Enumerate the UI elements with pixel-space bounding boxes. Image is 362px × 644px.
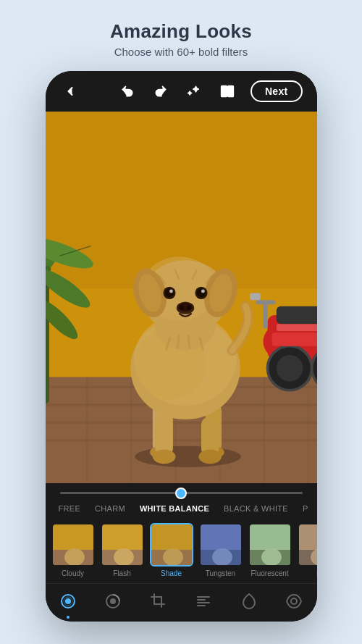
filter-tab-black-white[interactable]: BLACK & WHITE (216, 500, 295, 517)
svg-point-67 (186, 306, 191, 310)
svg-point-66 (179, 306, 184, 310)
filter-label-d: D (316, 569, 317, 577)
svg-rect-79 (53, 524, 95, 566)
filter-tab-free[interactable]: FREE (51, 500, 88, 517)
filter-label-fluorescent: Fluorescent (251, 569, 288, 577)
svg-point-60 (164, 288, 173, 297)
filter-thumb-fluorescent (248, 523, 292, 566)
filter-thumbnails: Cloudy Flash (46, 517, 317, 583)
svg-rect-87 (151, 524, 193, 566)
svg-rect-12 (130, 377, 132, 483)
filter-item-cloudy[interactable]: Cloudy (49, 522, 98, 579)
nav-item-view[interactable] (278, 591, 310, 611)
filters-icon (59, 593, 77, 610)
svg-rect-83 (102, 524, 144, 566)
svg-point-39 (135, 446, 241, 467)
nav-item-adjust[interactable] (97, 591, 129, 611)
slider-track[interactable] (60, 492, 303, 494)
nav-item-crop[interactable] (143, 591, 174, 611)
svg-rect-99 (299, 524, 317, 566)
phone-screen: Next (46, 71, 317, 622)
svg-rect-37 (272, 333, 316, 346)
page-title: Amazing Looks (110, 20, 252, 43)
photo-scene (46, 112, 317, 483)
filter-item-tungsten[interactable]: Tungsten (196, 522, 245, 579)
filter-tab-p[interactable]: P (295, 500, 316, 517)
svg-rect-15 (263, 377, 264, 483)
svg-point-63 (201, 290, 204, 293)
redo-button[interactable] (151, 81, 171, 101)
photo-area (46, 112, 317, 483)
healing-icon (240, 593, 258, 610)
svg-point-30 (276, 355, 303, 382)
undo-button[interactable] (117, 81, 138, 101)
slider-thumb[interactable] (175, 488, 187, 499)
svg-rect-28 (276, 306, 316, 324)
svg-rect-95 (250, 524, 292, 566)
next-button[interactable]: Next (251, 80, 303, 102)
filter-item-d[interactable]: D (295, 522, 317, 579)
toolbar-icons: Next (117, 80, 303, 102)
filter-thumb-tungsten (199, 523, 243, 566)
svg-rect-91 (201, 524, 243, 566)
slider-fill-right (181, 492, 303, 494)
filter-tab-white-balance[interactable]: WHITE BALANCE (132, 500, 216, 517)
filter-label-tungsten: Tungsten (206, 569, 235, 577)
filter-item-fluorescent[interactable]: Fluorescent (245, 522, 295, 579)
toolbar: Next (46, 71, 317, 112)
svg-point-50 (198, 450, 222, 464)
svg-rect-33 (263, 302, 267, 329)
filter-label-shade: Shade (161, 569, 182, 577)
slider-fill-left (60, 492, 182, 494)
svg-rect-1 (228, 86, 234, 97)
bottom-controls: FREE CHARM WHITE BALANCE BLACK & WHITE P (46, 483, 317, 622)
filter-tabs: FREE CHARM WHITE BALANCE BLACK & WHITE P (46, 500, 317, 517)
view-icon (285, 593, 303, 610)
compare-button[interactable] (217, 81, 237, 101)
filter-thumb-d (298, 523, 317, 566)
filter-item-shade[interactable]: Shade (147, 522, 196, 579)
adjust-icon (104, 593, 122, 610)
crop-icon (150, 593, 167, 610)
svg-rect-0 (222, 86, 227, 97)
tools-icon (195, 593, 212, 610)
phone-frame: Next (46, 71, 317, 622)
nav-item-filters[interactable] (52, 591, 84, 611)
svg-point-109 (291, 598, 297, 604)
filter-item-flash[interactable]: Flash (98, 522, 147, 579)
back-button[interactable] (60, 81, 80, 101)
page-header: Amazing Looks Choose with 60+ bold filte… (96, 0, 266, 71)
filter-label-cloudy: Cloudy (62, 569, 84, 577)
svg-point-101 (65, 598, 71, 604)
filter-thumb-shade (150, 523, 193, 566)
toolbar-left (60, 81, 80, 101)
filter-thumb-cloudy (51, 523, 95, 566)
svg-point-104 (110, 598, 116, 604)
nav-item-tools[interactable] (188, 591, 219, 611)
svg-point-62 (169, 290, 173, 293)
bottom-nav (46, 583, 317, 622)
nav-item-healing[interactable] (233, 591, 265, 611)
svg-point-49 (152, 450, 175, 464)
filter-tab-charm[interactable]: CHARM (88, 500, 132, 517)
svg-rect-34 (256, 300, 275, 304)
page-subtitle: Choose with 60+ bold filters (110, 46, 252, 58)
filter-thumb-flash (101, 523, 144, 566)
svg-point-61 (196, 288, 205, 297)
svg-rect-35 (250, 293, 261, 300)
slider-row (46, 483, 317, 500)
svg-rect-38 (276, 324, 316, 331)
svg-rect-16 (307, 377, 308, 483)
filter-label-flash: Flash (113, 569, 130, 577)
svg-rect-11 (86, 377, 88, 483)
magic-button[interactable] (184, 81, 204, 101)
